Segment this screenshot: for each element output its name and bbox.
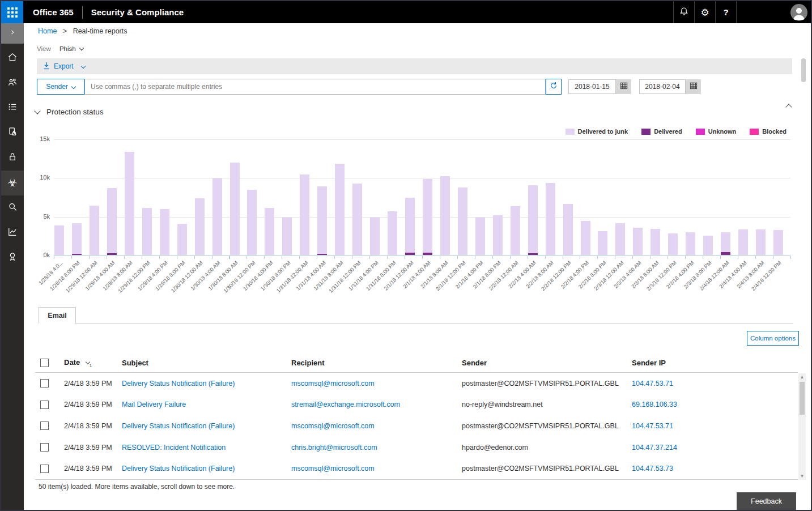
start-date-input[interactable] — [568, 79, 616, 94]
subject-link[interactable]: Delivery Status Notification (Failure) — [122, 380, 235, 387]
bar[interactable] — [195, 139, 205, 255]
bar[interactable] — [265, 139, 274, 255]
recipient-link[interactable]: mscomsql@microsoft.com — [291, 465, 375, 472]
bar[interactable] — [686, 139, 695, 255]
sidebar-item-search[interactable] — [1, 195, 24, 220]
row-checkbox[interactable] — [40, 421, 49, 430]
view-selector[interactable]: Phish — [59, 45, 83, 52]
sender-ip-link[interactable]: 104.47.37.214 — [632, 444, 677, 452]
bar[interactable] — [651, 139, 660, 255]
bar[interactable] — [598, 139, 607, 255]
bar[interactable] — [773, 139, 783, 255]
bar[interactable] — [528, 139, 538, 255]
export-button[interactable]: Export — [43, 62, 85, 71]
app-launcher-button[interactable] — [1, 1, 23, 23]
row-checkbox[interactable] — [40, 465, 49, 473]
filter-value-input[interactable] — [84, 79, 546, 95]
bar[interactable] — [756, 139, 766, 255]
recipient-link[interactable]: chris.bright@microsoft.com — [291, 444, 377, 452]
bar[interactable] — [546, 139, 555, 255]
table-row[interactable]: 2/4/18 3:59 PMDelivery Status Notificati… — [35, 373, 798, 394]
recipient-link[interactable]: mscomsql@microsoft.com — [291, 422, 375, 430]
expand-nav-button[interactable] — [1, 23, 24, 44]
column-header-date[interactable]: Date 1 — [64, 358, 122, 368]
table-row[interactable]: 2/4/18 3:59 PMDelivery Status Notificati… — [35, 458, 798, 479]
row-checkbox[interactable] — [40, 401, 49, 409]
bar[interactable] — [458, 139, 467, 255]
bar[interactable] — [388, 139, 397, 255]
table-scrollbar[interactable]: ▲ ▼ — [798, 373, 806, 480]
bar[interactable] — [370, 139, 380, 255]
bar[interactable] — [247, 139, 257, 255]
table-row[interactable]: 2/4/18 3:59 PMRESOLVED: Incident Notific… — [35, 437, 798, 458]
bar[interactable] — [721, 139, 730, 255]
sender-ip-link[interactable]: 69.168.106.33 — [632, 401, 677, 408]
bar[interactable] — [90, 139, 99, 255]
bar[interactable] — [738, 139, 748, 255]
end-date-input[interactable] — [639, 79, 686, 94]
scroll-up-arrow-icon[interactable]: ▲ — [798, 373, 806, 381]
sidebar-item-reports[interactable] — [1, 220, 24, 245]
recipient-link[interactable]: stremail@exchange.microsoft.com — [291, 401, 400, 408]
recipient-link[interactable]: mscomsql@microsoft.com — [291, 380, 375, 387]
row-checkbox[interactable] — [40, 443, 49, 452]
notifications-button[interactable] — [674, 1, 694, 23]
bar[interactable] — [703, 139, 713, 255]
bar[interactable] — [317, 139, 327, 255]
bar[interactable] — [668, 139, 678, 255]
bar[interactable] — [142, 139, 152, 255]
bar[interactable] — [230, 139, 240, 255]
sender-ip-link[interactable]: 104.47.53.71 — [632, 380, 673, 387]
end-date-calendar-button[interactable] — [686, 79, 701, 94]
sender-ip-link[interactable]: 104.47.53.73 — [632, 465, 673, 472]
sidebar-item-data-loss-prevention[interactable] — [1, 121, 24, 146]
scroll-down-arrow-icon[interactable]: ▼ — [798, 472, 806, 480]
bar[interactable] — [440, 139, 450, 255]
column-options-button[interactable]: Column options — [747, 331, 799, 346]
sidebar-item-threat-management[interactable]: ☣ — [1, 171, 24, 195]
select-all-checkbox[interactable] — [40, 359, 49, 367]
start-date-calendar-button[interactable] — [616, 79, 631, 94]
filter-field-selector[interactable]: Sender — [37, 79, 84, 95]
sidebar-item-service-assurance[interactable] — [1, 245, 24, 270]
table-row[interactable]: 2/4/18 3:59 PMDelivery Status Notificati… — [35, 415, 798, 437]
bar[interactable] — [615, 139, 625, 255]
subject-link[interactable]: Mail Delivery Failure — [122, 401, 186, 408]
feedback-button[interactable]: Feedback — [737, 492, 796, 510]
bar[interactable] — [335, 139, 345, 255]
breadcrumb-home-link[interactable]: Home — [38, 27, 57, 35]
refresh-button[interactable] — [546, 79, 562, 95]
bar[interactable] — [177, 139, 187, 255]
column-header-subject[interactable]: Subject — [122, 359, 291, 367]
bar[interactable] — [563, 139, 573, 255]
column-header-sender[interactable]: Sender — [462, 359, 632, 367]
sidebar-item-data-governance[interactable] — [1, 146, 24, 171]
protection-status-section-toggle[interactable]: Protection status — [35, 108, 104, 116]
subject-link[interactable]: RESOLVED: Incident Notification — [122, 444, 226, 452]
collapse-panel-button[interactable] — [784, 99, 793, 113]
bar[interactable] — [475, 139, 485, 255]
bar[interactable] — [72, 139, 82, 255]
bar[interactable] — [405, 139, 415, 255]
sender-ip-link[interactable]: 104.47.53.71 — [632, 422, 673, 430]
subject-link[interactable]: Delivery Status Notification (Failure) — [122, 422, 235, 430]
product-name[interactable]: Office 365 — [33, 7, 74, 17]
bar[interactable] — [352, 139, 362, 255]
bar[interactable] — [493, 139, 503, 255]
bar[interactable] — [125, 139, 134, 255]
bar[interactable] — [54, 139, 64, 255]
bar[interactable] — [160, 139, 169, 255]
bar[interactable] — [581, 139, 590, 255]
sidebar-item-home[interactable] — [1, 46, 24, 71]
bar[interactable] — [633, 139, 643, 255]
column-header-sender-ip[interactable]: Sender IP — [632, 359, 798, 367]
bar[interactable] — [212, 139, 222, 255]
bar[interactable] — [423, 139, 432, 255]
bar[interactable] — [282, 139, 292, 255]
account-avatar[interactable] — [790, 4, 807, 21]
tab-email[interactable]: Email — [39, 307, 76, 323]
bar[interactable] — [511, 139, 520, 255]
column-header-recipient[interactable]: Recipient — [291, 359, 462, 367]
settings-button[interactable]: ⚙ — [695, 1, 715, 23]
bar[interactable] — [107, 139, 117, 255]
